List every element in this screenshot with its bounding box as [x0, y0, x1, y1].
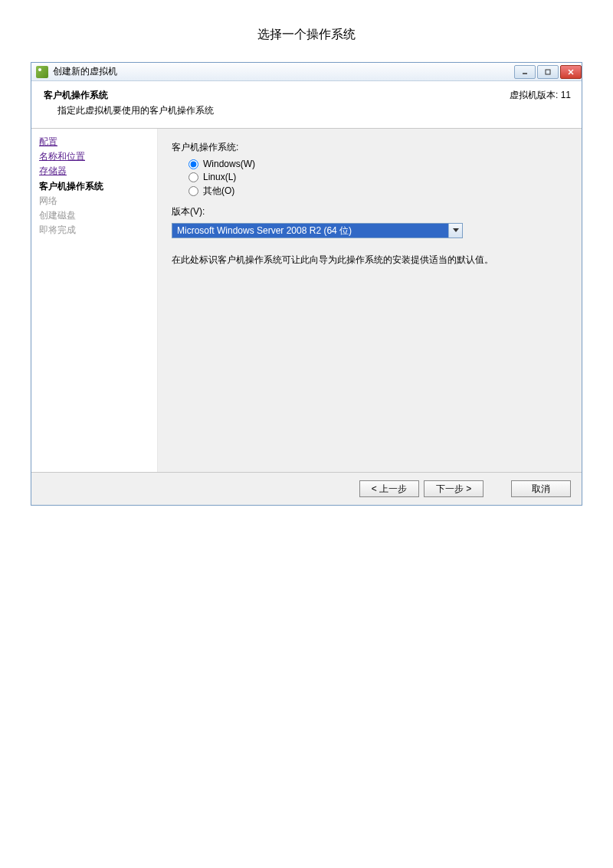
wizard-body: 配置 名称和位置 存储器 客户机操作系统 网络 创建磁盘 即将完成 客户机操作系…	[31, 129, 582, 472]
radio-other-input[interactable]	[188, 186, 198, 196]
titlebar-title: 创建新的虚拟机	[53, 65, 513, 78]
svg-rect-1	[546, 70, 550, 74]
version-label: 版本(V):	[172, 205, 568, 218]
version-select-value: Microsoft Windows Server 2008 R2 (64 位)	[172, 224, 448, 237]
step-network: 网络	[39, 194, 149, 208]
button-spacer	[488, 480, 506, 497]
radio-other-label: 其他(O)	[203, 185, 234, 198]
step-create-disk: 创建磁盘	[39, 208, 149, 223]
radio-other[interactable]: 其他(O)	[188, 185, 568, 198]
minimize-icon	[522, 69, 528, 75]
maximize-icon	[545, 69, 551, 75]
wizard-steps-sidebar: 配置 名称和位置 存储器 客户机操作系统 网络 创建磁盘 即将完成	[31, 129, 158, 472]
window-controls	[513, 65, 582, 79]
maximize-button[interactable]	[537, 65, 559, 79]
wizard-footer: < 上一步 下一步 > 取消	[31, 472, 582, 505]
radio-linux-input[interactable]	[188, 172, 198, 182]
page-heading: 选择一个操作系统	[0, 0, 613, 62]
help-text: 在此处标识客户机操作系统可让此向导为此操作系统的安装提供适当的默认值。	[172, 254, 568, 267]
step-guest-os: 客户机操作系统	[39, 179, 149, 194]
radio-windows-label: Windows(W)	[203, 159, 255, 169]
back-button[interactable]: < 上一步	[359, 480, 419, 497]
vm-version-label: 虚拟机版本: 11	[510, 89, 571, 102]
os-radio-group: Windows(W) Linux(L) 其他(O)	[188, 159, 568, 198]
step-ready: 即将完成	[39, 223, 149, 237]
step-storage[interactable]: 存储器	[39, 164, 149, 179]
chevron-down-icon	[453, 228, 459, 233]
wizard-content: 客户机操作系统: Windows(W) Linux(L) 其他(O) 版本(V)…	[158, 129, 582, 472]
os-group-label: 客户机操作系统:	[172, 141, 568, 154]
step-config[interactable]: 配置	[39, 135, 149, 149]
create-vm-dialog: 创建新的虚拟机 客户机操作系统 指定此虚拟机要使用的客户机操作系统 虚拟机版本:…	[31, 62, 582, 506]
titlebar: 创建新的虚拟机	[31, 63, 582, 81]
step-name-location[interactable]: 名称和位置	[39, 149, 149, 164]
radio-windows-input[interactable]	[188, 159, 198, 169]
close-icon	[568, 69, 574, 75]
radio-windows[interactable]: Windows(W)	[188, 159, 568, 169]
radio-linux-label: Linux(L)	[203, 172, 236, 182]
close-button[interactable]	[560, 65, 582, 79]
minimize-button[interactable]	[514, 65, 536, 79]
next-button[interactable]: 下一步 >	[424, 480, 484, 497]
svg-marker-4	[453, 228, 459, 232]
wizard-subtitle: 指定此虚拟机要使用的客户机操作系统	[57, 104, 569, 117]
wizard-title: 客户机操作系统	[44, 89, 569, 102]
version-select-wrap: Microsoft Windows Server 2008 R2 (64 位)	[172, 223, 568, 238]
cancel-button[interactable]: 取消	[511, 480, 571, 497]
dropdown-arrow[interactable]	[448, 224, 462, 237]
vmware-icon	[36, 66, 48, 78]
radio-linux[interactable]: Linux(L)	[188, 172, 568, 182]
version-select[interactable]: Microsoft Windows Server 2008 R2 (64 位)	[172, 223, 463, 238]
wizard-header: 客户机操作系统 指定此虚拟机要使用的客户机操作系统 虚拟机版本: 11	[31, 81, 582, 129]
